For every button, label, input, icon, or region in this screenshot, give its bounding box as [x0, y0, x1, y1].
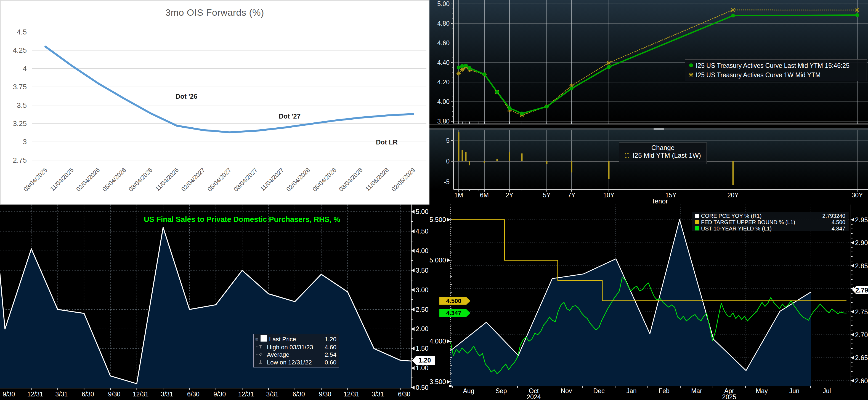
fs-area-fill: [0, 227, 411, 388]
legend-label: High on 03/31/23: [267, 344, 313, 351]
legend-label: I25 US Treasury Actives Curve 1W Mid YTM: [696, 71, 820, 79]
tenor-tick-label: 5Y: [543, 192, 551, 199]
legend-label: FED TARGET UPPER BOUND % (L1): [701, 219, 795, 226]
green-square-icon: [695, 226, 699, 232]
macro-month-label: Aug: [463, 387, 474, 395]
legend-label: I25 US Treasury Actives Curve Last Mid Y…: [696, 62, 849, 69]
change-bar: [509, 152, 510, 162]
curve-point-marker: [464, 64, 468, 68]
macro-left-tick-label: 5.000: [429, 256, 446, 264]
change-legend[interactable]: Change I25 Mid YTM (Last-1W): [619, 142, 707, 164]
curve-point-marker: [731, 14, 735, 18]
macro-month-label: Jul: [823, 387, 831, 395]
curve-point-marker: [495, 90, 499, 94]
low-marker-icon: [255, 359, 265, 366]
fs-x-tick-label: 12/31: [27, 391, 43, 398]
fs-x-tick-label: 3/31: [266, 391, 279, 398]
fs-y-tick-label: 2.50: [416, 306, 429, 313]
curve-y-tick-label: 4.80: [437, 20, 450, 27]
curve-point-marker: [457, 66, 461, 69]
change-legend-label: I25 Mid YTM (Last-1W): [632, 152, 701, 159]
treasury-curve-legend[interactable]: I25 US Treasury Actives Curve Last Mid Y…: [685, 59, 867, 81]
macro-legend[interactable]: CORE PCE YOY % (R1) 2.793240 FED TARGET …: [692, 212, 848, 231]
legend-label: Low on 12/31/22: [267, 359, 312, 366]
macro-month-label: Mar: [691, 387, 702, 395]
annotation-dot-27: Dot '27: [279, 112, 301, 120]
macro-right-tick-label: 2.75: [855, 308, 868, 315]
curve-y-tick-label: 4.60: [437, 39, 450, 46]
curve-point-marker: [570, 87, 574, 91]
asterisk-marker: [457, 71, 461, 75]
legend-value: 4.500: [832, 219, 845, 226]
curve-point-marker: [855, 13, 859, 17]
macro-right-tick-label: 2.90: [855, 239, 868, 246]
amber-square-icon: [695, 219, 699, 226]
macro-right-tick-label: 2.60: [855, 377, 868, 385]
fs-x-tick-label: 3/31: [56, 391, 68, 398]
annotation-dot-lr: Dot LR: [376, 138, 398, 146]
high-marker-icon: [255, 344, 265, 351]
change-legend-title: Change: [619, 144, 707, 152]
fs-y-tick-label: 4.00: [416, 247, 429, 255]
macro-left-tick-label: 3.500: [429, 378, 446, 386]
curve-y-tick-label: 3.80: [437, 118, 450, 125]
fs-x-tick-label: 6/30: [82, 391, 94, 398]
asterisk-marker: [607, 61, 611, 65]
legend-label: UST 10-YEAR YIELD % (L1): [701, 226, 772, 232]
change-bar: [497, 159, 498, 161]
legend-row-fed-target: FED TARGET UPPER BOUND % (L1) 4.500: [695, 219, 845, 226]
macro-month-label: Dec: [593, 387, 605, 395]
white-square-icon: [695, 213, 699, 219]
final-sales-legend[interactable]: ⊞ Last Price 1.20 High on 03/31/23 4.60 …: [253, 334, 339, 367]
tenor-tick-label: 30Y: [852, 192, 863, 199]
fs-y-tick-label: 4.50: [416, 227, 429, 235]
fs-y-tick-label: 5.00: [416, 208, 429, 215]
legend-value: 1.20: [324, 336, 336, 343]
legend-row-last-price: ⊞ Last Price 1.20: [255, 335, 336, 343]
fs-x-tick-label: 6/30: [187, 391, 199, 398]
tenor-axis-title: Tenor: [613, 197, 707, 205]
macro-right-tick-label: 2.85: [855, 262, 868, 270]
fs-y-tick-label: 3.00: [416, 286, 429, 294]
ois-y-tick-label: 3.25: [13, 120, 27, 128]
ois-y-tick-label: 3: [23, 138, 27, 146]
macro-left-tick-label: 5.500: [429, 216, 446, 223]
change-bar: [484, 161, 485, 163]
tenor-tick-label: 2Y: [506, 192, 513, 199]
fed-target-line: [451, 220, 846, 301]
fs-x-tick-label: 9/30: [214, 391, 226, 398]
fs-x-tick-label: 6/30: [292, 391, 305, 398]
ois-y-tick-label: 4.25: [13, 46, 27, 54]
average-marker-icon: [255, 351, 265, 358]
curve-point-marker: [483, 72, 486, 76]
annotation-dot-26: Dot '26: [176, 93, 197, 100]
macro-left-tick-label: 4.000: [429, 337, 446, 345]
legend-row-low: Low on 12/31/22 0.60: [255, 359, 336, 366]
change-bar: [733, 161, 734, 185]
fed-target-badge: 4.500: [439, 297, 470, 305]
panel-divider-handle[interactable]: [654, 128, 664, 130]
change-y-tick-label: -5: [444, 178, 450, 186]
fs-y-tick-label: 2.00: [416, 325, 429, 332]
asterisk-marker: [855, 8, 860, 12]
change-bar: [458, 132, 460, 161]
tenor-tick-label: 1M: [454, 192, 463, 199]
legend-row-high: High on 03/31/23 4.60: [255, 344, 336, 351]
tenor-tick-label: 6M: [480, 192, 489, 199]
fs-x-tick-label: 3/31: [161, 391, 173, 398]
change-y-tick-label: 5: [446, 137, 450, 144]
curve-y-tick-label: 5.00: [437, 0, 450, 7]
fs-y-tick-label: 1.00: [416, 364, 429, 372]
fs-x-tick-label: 3/31: [372, 391, 384, 398]
legend-value: 2.793240: [823, 213, 845, 219]
legend-row-average: Average 2.54: [255, 351, 336, 358]
curve-point-marker: [607, 65, 611, 69]
legend-value: 4.60: [324, 344, 336, 351]
change-bar: [521, 154, 523, 162]
macro-month-label: Feb: [658, 387, 670, 395]
change-bar: [546, 161, 548, 164]
final-sales-title: US Final Sales to Private Domestic Purch…: [113, 215, 371, 224]
fs-y-tick-label: 1.50: [416, 344, 429, 352]
legend-row-1w: I25 US Treasury Actives Curve 1W Mid YTM: [689, 71, 864, 79]
tenor-tick-label: 20Y: [727, 192, 739, 199]
